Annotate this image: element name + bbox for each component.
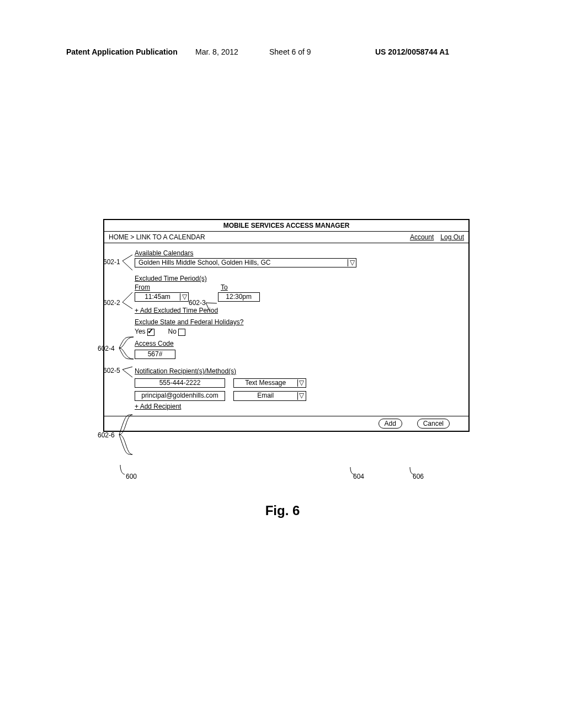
chevron-down-icon: ▽: [180, 293, 188, 301]
breadcrumb: HOME > LINK TO A CALENDAR: [109, 233, 403, 241]
yes-checkbox[interactable]: [147, 329, 154, 336]
crumb-sep: >: [129, 233, 136, 241]
access-code-label: Access Code: [135, 340, 174, 347]
publication-label: Patent Application Publication: [66, 47, 178, 56]
callout-602-4: 602-4: [98, 345, 115, 352]
page: Patent Application Publication Mar. 8, 2…: [0, 0, 565, 728]
callout-602-3: 602-3: [189, 299, 206, 307]
chevron-down-icon: ▽: [297, 379, 306, 387]
window-title: MOBILE SERVICES ACCESS MANAGER: [104, 220, 468, 232]
access-code-field[interactable]: 567#: [135, 350, 175, 359]
nav-bar: HOME > LINK TO A CALENDAR Account Log Ou…: [104, 232, 468, 243]
callout-602-5: 602-5: [103, 367, 120, 374]
recipient-row: principal@goldenhills.com Email ▽: [135, 391, 462, 400]
recipient-row: 555-444-2222 Text Message ▽: [135, 378, 462, 388]
chevron-down-icon: ▽: [297, 392, 306, 399]
recipient-method-select[interactable]: Email ▽: [233, 391, 306, 400]
publication-number: US 2012/0058744 A1: [375, 47, 449, 56]
add-button[interactable]: Add: [379, 419, 402, 429]
from-time-value: 11:45am: [135, 293, 180, 301]
yes-label: Yes: [135, 328, 146, 335]
callout-602-6: 602-6: [98, 431, 115, 439]
publication-date: Mar. 8, 2012: [195, 47, 238, 56]
calendar-select[interactable]: Golden Hills Middle School, Golden Hills…: [135, 258, 356, 267]
recipient-method-value: Email: [234, 392, 297, 400]
exclude-holidays-label: Exclude State and Federal Holidays?: [135, 318, 243, 326]
account-link[interactable]: Account: [410, 233, 434, 241]
callout-600: 600: [126, 473, 137, 480]
form-area: Available Calendars Golden Hills Middle …: [104, 243, 468, 416]
recipient-target-field[interactable]: principal@goldenhills.com: [135, 391, 225, 400]
add-recipient-link[interactable]: + Add Recipient: [135, 403, 181, 410]
callout-602-2: 602-2: [103, 299, 120, 307]
sheet-number: Sheet 6 of 9: [269, 47, 311, 56]
ui-window: MOBILE SERVICES ACCESS MANAGER HOME > LI…: [103, 219, 470, 432]
page-header: Patent Application Publication Mar. 8, 2…: [66, 47, 497, 56]
crumb-home[interactable]: HOME: [109, 233, 129, 241]
recipient-method-select[interactable]: Text Message ▽: [233, 378, 306, 388]
callout-606: 606: [413, 473, 424, 480]
to-time-value[interactable]: 12:30pm: [218, 292, 260, 302]
no-label: No: [168, 328, 177, 335]
excluded-periods-label: Excluded Time Period(s): [135, 275, 207, 282]
callout-602-1: 602-1: [103, 258, 120, 266]
recipient-target-field[interactable]: 555-444-2222: [135, 378, 225, 388]
figure-caption: Fig. 6: [0, 503, 565, 518]
chevron-down-icon: ▽: [348, 259, 356, 266]
callout-604: 604: [353, 473, 364, 480]
from-label: From: [135, 284, 168, 291]
add-excluded-period-link[interactable]: + Add Excluded Time Period: [135, 307, 218, 314]
logout-link[interactable]: Log Out: [440, 233, 464, 241]
calendar-select-value: Golden Hills Middle School, Golden Hills…: [135, 259, 348, 267]
no-checkbox[interactable]: [178, 329, 185, 336]
crumb-page: LINK TO A CALENDAR: [136, 233, 205, 241]
to-label: To: [221, 284, 228, 291]
recipient-method-value: Text Message: [234, 379, 297, 387]
cancel-button[interactable]: Cancel: [417, 419, 450, 429]
footer: Add Cancel: [104, 416, 468, 431]
from-time-select[interactable]: 11:45am ▽: [135, 292, 189, 302]
available-calendars-label: Available Calendars: [135, 249, 194, 257]
notification-methods-label: Notification Recipient(s)/Method(s): [135, 367, 236, 375]
